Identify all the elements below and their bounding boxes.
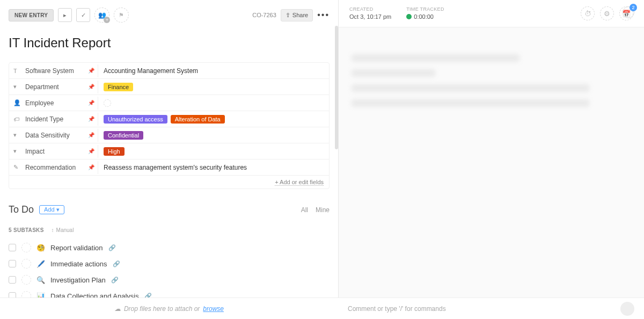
pin-icon[interactable]: 📌 (88, 116, 94, 122)
time-tracked-block[interactable]: TIME TRACKED 0:00:00 (406, 6, 444, 20)
subtask-row[interactable]: 🧐 Report validation 🔗 (9, 240, 330, 256)
field-label: Impact (25, 148, 45, 155)
share-icon: ⇪ (286, 12, 290, 19)
subtask-assignee-icon[interactable] (21, 275, 31, 285)
assignee-icon[interactable]: 👥+ (94, 8, 109, 23)
priority-icon[interactable]: ⚑ (114, 8, 129, 23)
link-icon: 🔗 (111, 277, 119, 284)
text-icon: T (13, 68, 21, 74)
scrollbar[interactable] (335, 26, 338, 149)
subtask-name: Investigation Plan (50, 276, 106, 284)
link-icon: 🔗 (108, 244, 116, 251)
new-entry-button[interactable]: NEW ENTRY (9, 9, 54, 21)
pin-icon[interactable]: 📌 (88, 84, 94, 90)
settings-icon[interactable]: ⚙ (600, 6, 614, 20)
created-block: CREATED Oct 3, 10:17 pm (349, 6, 391, 20)
field-label: Software System (25, 67, 74, 75)
dropdown-icon: ▾ (13, 83, 21, 90)
pin-icon[interactable]: 📌 (88, 132, 94, 138)
incident-type-value[interactable]: Unauthorized access Alteration of Data (98, 112, 329, 126)
field-label: Data Sensitivity (25, 132, 70, 139)
subtask-assignee-icon[interactable] (21, 243, 31, 252)
subtask-emoji: 🖊️ (36, 260, 45, 268)
attachment-dropzone[interactable]: ☁ Drop files here to attach or browse (0, 298, 338, 319)
comment-input[interactable]: Comment or type '/' for commands (348, 305, 446, 313)
subtask-checkbox[interactable] (9, 244, 16, 251)
subtask-checkbox[interactable] (9, 260, 16, 267)
department-value[interactable]: Finance (98, 80, 329, 94)
watchers-icon[interactable] (623, 6, 634, 18)
person-icon: 👤 (13, 99, 21, 106)
page-title: IT Incident Report (9, 35, 330, 50)
cloud-icon: ☁ (114, 305, 121, 313)
complete-button[interactable]: ✓ (76, 8, 90, 22)
pin-icon[interactable]: 📌 (88, 148, 94, 154)
add-subtask-button[interactable]: Add ▾ (39, 205, 64, 214)
filter-mine[interactable]: Mine (316, 206, 330, 214)
software-system-input[interactable] (104, 67, 324, 75)
subtask-assignee-icon[interactable] (21, 259, 31, 269)
sort-manual[interactable]: ↕ Manual (52, 227, 74, 233)
subtask-name: Report validation (50, 244, 103, 252)
pin-icon[interactable]: 📌 (88, 164, 94, 170)
impact-value[interactable]: High (98, 144, 329, 158)
more-icon[interactable]: ••• (317, 12, 330, 18)
new-entry-chevron[interactable]: ▸ (58, 8, 72, 22)
subtask-emoji: 🧐 (36, 244, 45, 252)
filter-all[interactable]: All (301, 206, 308, 214)
subtask-name: Immediate actions (50, 260, 107, 268)
custom-fields: TSoftware System📌 ▾Department📌 Finance 👤… (9, 62, 330, 189)
pin-icon[interactable]: 📌 (88, 100, 94, 106)
field-label: Incident Type (25, 115, 63, 123)
share-button[interactable]: ⇪Share (281, 9, 313, 21)
field-label: Recommendation (25, 164, 76, 171)
pin-icon[interactable]: 📌 (88, 68, 94, 74)
dropdown-icon: ▾ (13, 132, 21, 139)
timer-icon[interactable]: ⏱ (581, 6, 595, 20)
field-label: Employee (25, 99, 54, 107)
subtask-row[interactable]: 🔍 Investigation Plan 🔗 (9, 272, 330, 288)
link-icon: 🔗 (113, 260, 120, 267)
text-icon: ✎ (13, 164, 21, 171)
subtask-count: 5 SUBTASKS (9, 227, 44, 233)
todo-title: To Do (9, 204, 34, 215)
data-sensitivity-value[interactable]: Confidential (98, 128, 329, 142)
subtask-checkbox[interactable] (9, 276, 16, 284)
subtask-emoji: 🔍 (36, 276, 45, 284)
play-icon[interactable] (406, 14, 412, 19)
dropdown-icon: ▾ (13, 148, 21, 155)
comment-send-icon[interactable] (620, 302, 634, 316)
subtask-row[interactable]: 🖊️ Immediate actions 🔗 (9, 256, 330, 272)
employee-value[interactable] (98, 97, 329, 110)
task-id: CO-7263 (252, 12, 276, 18)
field-label: Department (25, 83, 59, 91)
add-edit-fields[interactable]: + Add or edit fields (9, 176, 329, 189)
activity-panel (339, 27, 644, 134)
recommendation-input[interactable] (104, 164, 324, 171)
browse-link[interactable]: browse (203, 305, 224, 313)
tag-icon: 🏷 (13, 116, 21, 122)
